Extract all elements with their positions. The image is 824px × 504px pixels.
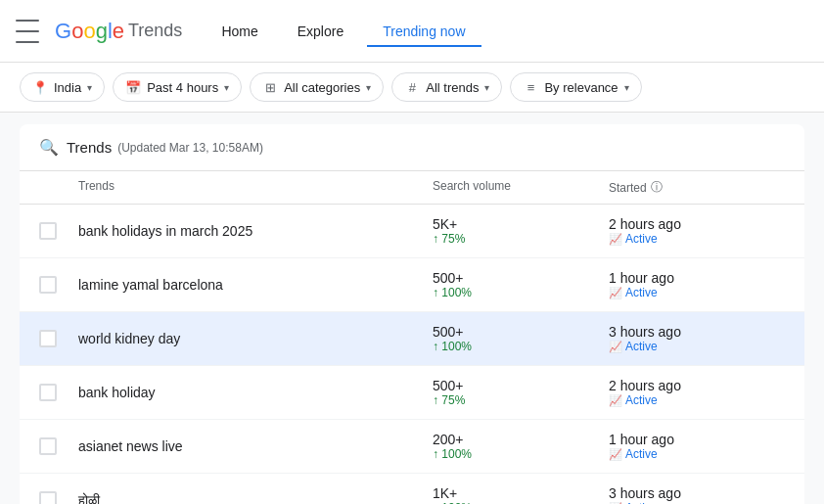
row-started-1: 1 hour ago — [609, 270, 785, 286]
table-row[interactable]: asianet news live 200+ ↑ 100% 1 hour ago… — [20, 420, 804, 474]
row-volume-wrap-1: 500+ ↑ 100% — [433, 270, 609, 299]
nav-home[interactable]: Home — [206, 16, 273, 47]
filter-categories-label: All categories — [284, 80, 360, 95]
trending-up-icon: 📈 — [609, 233, 622, 246]
column-headers: Trends Search volume Started ⓘ — [20, 171, 804, 205]
chevron-down-icon: ▾ — [87, 82, 92, 93]
filter-trends-label: All trends — [426, 80, 479, 95]
row-checkbox-5[interactable] — [39, 491, 57, 504]
row-name-3: bank holiday — [78, 385, 433, 400]
hamburger-menu-button[interactable] — [16, 20, 39, 43]
row-started-2: 3 hours ago — [609, 324, 785, 340]
table-updated: (Updated Mar 13, 10:58AM) — [117, 141, 263, 155]
row-status-1: 📈 Active — [609, 286, 785, 299]
filter-time-label: Past 4 hours — [147, 80, 218, 95]
filter-country-button[interactable]: 📍 India ▾ — [20, 72, 105, 102]
row-checkbox-1[interactable] — [39, 276, 57, 294]
trending-up-icon: 📈 — [609, 394, 622, 407]
main-nav: Home Explore Trending now — [206, 16, 481, 47]
chevron-down-icon-3: ▾ — [366, 82, 371, 93]
info-circle-icon: ⓘ — [651, 179, 663, 196]
row-checkbox-4[interactable] — [39, 437, 57, 455]
row-started-wrap-1: 1 hour ago 📈 Active — [609, 270, 785, 299]
filter-sort-label: By relevance — [544, 80, 618, 95]
row-started-5: 3 hours ago — [609, 485, 785, 501]
filter-sort-button[interactable]: ≡ By relevance ▾ — [510, 72, 641, 102]
row-volume-2: 500+ — [433, 324, 609, 340]
chevron-down-icon-4: ▾ — [484, 82, 489, 93]
row-status-2: 📈 Active — [609, 340, 785, 353]
row-started-4: 1 hour ago — [609, 432, 785, 447]
hashtag-icon: # — [404, 79, 420, 95]
filter-categories-button[interactable]: ⊞ All categories ▾ — [250, 72, 384, 102]
table-title: Trends — [67, 139, 112, 156]
row-volume-wrap-3: 500+ ↑ 75% — [433, 378, 609, 407]
row-name-2: world kidney day — [78, 331, 433, 346]
table-row[interactable]: bank holidays in march 2025 5K+ ↑ 75% 2 … — [20, 205, 804, 258]
row-name-0: bank holidays in march 2025 — [78, 223, 433, 239]
row-started-3: 2 hours ago — [609, 378, 785, 393]
trending-up-icon: 📈 — [609, 341, 622, 353]
table-body: bank holidays in march 2025 5K+ ↑ 75% 2 … — [20, 205, 804, 504]
row-volume-0: 5K+ — [433, 216, 609, 232]
row-volume-3: 500+ — [433, 378, 609, 393]
row-volume-4: 200+ — [433, 432, 609, 447]
location-pin-icon: 📍 — [32, 79, 48, 95]
row-checkbox-3[interactable] — [39, 384, 57, 401]
col-header-started: Started ⓘ — [609, 179, 785, 196]
grid-icon: ⊞ — [262, 79, 278, 95]
nav-explore[interactable]: Explore — [282, 16, 359, 47]
row-name-1: lamine yamal barcelona — [78, 277, 433, 293]
row-volume-wrap-4: 200+ ↑ 100% — [433, 432, 609, 461]
chevron-down-icon-5: ▾ — [624, 82, 629, 93]
filter-country-label: India — [54, 80, 81, 95]
row-started-wrap-3: 2 hours ago 📈 Active — [609, 378, 785, 407]
table-row[interactable]: bank holiday 500+ ↑ 75% 2 hours ago 📈 Ac… — [20, 366, 804, 420]
row-started-0: 2 hours ago — [609, 216, 785, 232]
trending-up-icon: 📈 — [609, 448, 622, 461]
row-name-5: होळी — [78, 492, 433, 505]
sort-icon: ≡ — [523, 79, 538, 95]
calendar-icon: 📅 — [125, 79, 141, 95]
row-volume-wrap-2: 500+ ↑ 100% — [433, 324, 609, 353]
col-header-trend: Trends — [78, 179, 433, 196]
header: Google Trends Home Explore Trending now — [0, 0, 824, 63]
row-checkbox-2[interactable] — [39, 330, 57, 347]
row-volume-change-1: ↑ 100% — [433, 286, 609, 299]
table-header: 🔍 Trends (Updated Mar 13, 10:58AM) — [20, 124, 804, 171]
row-volume-wrap-5: 1K+ ↑ 100% — [433, 485, 609, 504]
google-trends-logo: Google Trends — [55, 19, 182, 44]
row-checkbox-0[interactable] — [39, 222, 57, 240]
row-volume-5: 1K+ — [433, 485, 609, 501]
row-volume-change-0: ↑ 75% — [433, 232, 609, 246]
logo-trends-text: Trends — [128, 21, 182, 41]
row-name-4: asianet news live — [78, 438, 433, 454]
row-volume-change-3: ↑ 75% — [433, 393, 609, 407]
row-volume-wrap-0: 5K+ ↑ 75% — [433, 216, 609, 246]
search-icon: 🔍 — [39, 138, 59, 157]
table-row[interactable]: world kidney day 500+ ↑ 100% 3 hours ago… — [20, 312, 804, 366]
row-started-wrap-4: 1 hour ago 📈 Active — [609, 432, 785, 461]
main-content: 🔍 Trends (Updated Mar 13, 10:58AM) Trend… — [0, 124, 824, 504]
row-volume-1: 500+ — [433, 270, 609, 286]
row-status-4: 📈 Active — [609, 447, 785, 461]
chevron-down-icon-2: ▾ — [224, 82, 229, 93]
table-row[interactable]: होळी 1K+ ↑ 100% 3 hours ago 📈 Active — [20, 474, 804, 504]
row-volume-change-4: ↑ 100% — [433, 447, 609, 461]
filter-trends-button[interactable]: # All trends ▾ — [391, 72, 502, 102]
filter-bar: 📍 India ▾ 📅 Past 4 hours ▾ ⊞ All categor… — [0, 63, 824, 113]
row-started-wrap-5: 3 hours ago 📈 Active — [609, 485, 785, 504]
row-started-wrap-0: 2 hours ago 📈 Active — [609, 216, 785, 246]
row-started-wrap-2: 3 hours ago 📈 Active — [609, 324, 785, 353]
row-status-3: 📈 Active — [609, 393, 785, 407]
trending-up-icon: 📈 — [609, 287, 622, 299]
nav-trending-now[interactable]: Trending now — [367, 16, 481, 47]
trends-table: 🔍 Trends (Updated Mar 13, 10:58AM) Trend… — [20, 124, 804, 504]
filter-time-button[interactable]: 📅 Past 4 hours ▾ — [113, 72, 242, 102]
col-header-volume: Search volume — [433, 179, 609, 196]
row-volume-change-2: ↑ 100% — [433, 340, 609, 353]
table-row[interactable]: lamine yamal barcelona 500+ ↑ 100% 1 hou… — [20, 258, 804, 312]
row-status-0: 📈 Active — [609, 232, 785, 246]
